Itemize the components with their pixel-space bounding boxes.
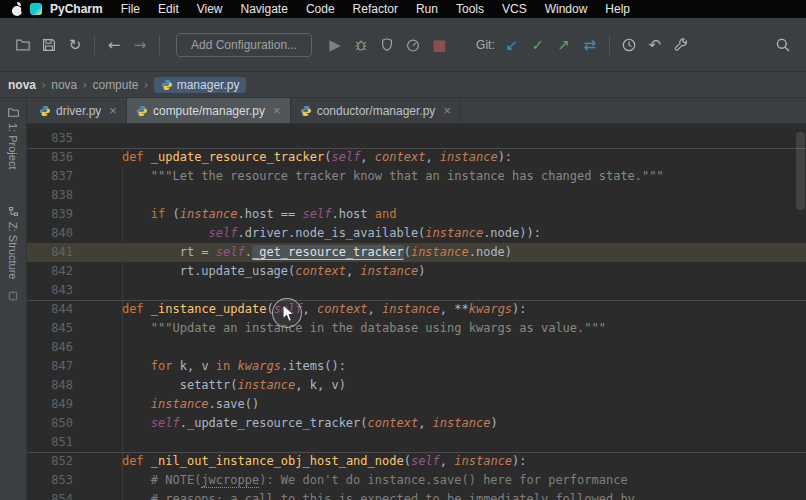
undo-button[interactable]: ↶ xyxy=(642,32,668,58)
line-number[interactable]: 846 xyxy=(27,338,87,357)
menu-item-tools[interactable]: Tools xyxy=(447,2,493,16)
sync-button[interactable]: ↻ xyxy=(62,32,88,58)
code-line[interactable]: 854 # reasons; a call to this is expecte… xyxy=(27,490,806,500)
code-line[interactable]: 843 xyxy=(27,281,806,300)
line-number[interactable]: 844 xyxy=(27,300,87,319)
breadcrumb-project[interactable]: nova xyxy=(8,78,36,92)
git-commit-button[interactable]: ✓ xyxy=(525,32,551,58)
git-push-button[interactable]: ↗ xyxy=(551,32,577,58)
tab-compute-manager-py[interactable]: compute/manager.py × xyxy=(127,98,291,123)
settings-button[interactable] xyxy=(668,32,694,58)
code-line[interactable]: 844 def _instance_update(self, context, … xyxy=(27,300,806,319)
profiler-button[interactable] xyxy=(400,32,426,58)
line-number[interactable]: 847 xyxy=(27,357,87,376)
code-line[interactable]: 835 xyxy=(27,129,806,148)
search-everywhere-button[interactable] xyxy=(770,32,796,58)
code-token: .node)): xyxy=(483,226,541,240)
menu-item-file[interactable]: File xyxy=(112,2,149,16)
line-number[interactable]: 840 xyxy=(27,224,87,243)
line-number[interactable]: 838 xyxy=(27,186,87,205)
tab-close-icon[interactable]: × xyxy=(109,103,117,118)
code-line[interactable]: 848 setattr(instance, k, v) xyxy=(27,376,806,395)
code-text: if (instance.host == self.host and xyxy=(87,205,806,224)
code-line[interactable]: 839 if (instance.host == self.host and xyxy=(27,205,806,224)
line-number[interactable]: 852 xyxy=(27,452,87,471)
code-line[interactable]: 853 # NOTE(jwcroppe): We don't do instan… xyxy=(27,471,806,490)
tab-driver-py[interactable]: driver.py × xyxy=(30,98,127,123)
line-number[interactable]: 835 xyxy=(27,129,87,148)
add-configuration-dropdown[interactable]: Add Configuration... xyxy=(176,33,312,57)
code-line[interactable]: 837 """Let the resource tracker know tha… xyxy=(27,167,806,186)
code-line[interactable]: 846 xyxy=(27,338,806,357)
git-update-button[interactable]: ↙ xyxy=(499,32,525,58)
debug-button[interactable] xyxy=(348,32,374,58)
menu-item-run[interactable]: Run xyxy=(407,2,447,16)
menu-item-navigate[interactable]: Navigate xyxy=(232,2,297,16)
code-token: ) xyxy=(490,416,497,430)
git-update-icon: ↙ xyxy=(505,36,518,54)
line-number[interactable]: 839 xyxy=(27,205,87,224)
menu-item-vcs[interactable]: VCS xyxy=(493,2,536,16)
back-button[interactable]: ← xyxy=(101,32,127,58)
code-line[interactable]: 851 xyxy=(27,433,806,452)
menu-item-code[interactable]: Code xyxy=(297,2,344,16)
breadcrumb-nova[interactable]: nova xyxy=(51,78,77,92)
code-line[interactable]: 850 self._update_resource_tracker(contex… xyxy=(27,414,806,433)
open-project-button[interactable] xyxy=(10,32,36,58)
code-line[interactable]: 845 """Update an instance in the databas… xyxy=(27,319,806,338)
save-all-button[interactable] xyxy=(36,32,62,58)
code-token: self xyxy=(151,416,180,430)
code-lines: 835836 def _update_resource_tracker(self… xyxy=(27,129,806,500)
line-number[interactable]: 845 xyxy=(27,319,87,338)
line-number[interactable]: 837 xyxy=(27,167,87,186)
stripe-button-structure[interactable]: Z: Structure xyxy=(7,205,20,279)
code-token: in xyxy=(216,359,230,373)
line-number[interactable]: 843 xyxy=(27,281,87,300)
code-line[interactable]: 852 def _nil_out_instance_obj_host_and_n… xyxy=(27,452,806,471)
git-merge-button[interactable]: ⇄ xyxy=(577,32,603,58)
forward-button[interactable]: → xyxy=(127,32,153,58)
menu-item-help[interactable]: Help xyxy=(596,2,639,16)
tab-close-icon[interactable]: × xyxy=(273,103,281,118)
code-editor[interactable]: 835836 def _update_resource_tracker(self… xyxy=(27,124,806,500)
menu-item-refactor[interactable]: Refactor xyxy=(344,2,407,16)
code-token: ( xyxy=(404,454,411,468)
line-number[interactable]: 854 xyxy=(27,490,87,500)
line-number[interactable]: 842 xyxy=(27,262,87,281)
code-text: instance.save() xyxy=(87,395,806,414)
menu-item-window[interactable]: Window xyxy=(536,2,597,16)
code-token: kwargs xyxy=(238,359,281,373)
stop-button[interactable]: ■ xyxy=(426,32,452,58)
editor-scrollbar-thumb[interactable] xyxy=(796,132,805,210)
line-number[interactable]: 841 xyxy=(27,243,87,262)
tab-conductor-manager-py[interactable]: conductor/manager.py × xyxy=(291,98,461,123)
line-number[interactable]: 850 xyxy=(27,414,87,433)
breadcrumb-compute[interactable]: compute xyxy=(92,78,138,92)
line-number[interactable]: 836 xyxy=(27,148,87,167)
menu-item-edit[interactable]: Edit xyxy=(149,2,188,16)
stripe-button-favorites[interactable] xyxy=(7,290,19,302)
tab-close-icon[interactable]: × xyxy=(443,103,451,118)
undo-icon: ↶ xyxy=(648,36,661,54)
stop-icon: ■ xyxy=(432,36,446,54)
line-number[interactable]: 851 xyxy=(27,433,87,452)
code-line[interactable]: 842 rt.update_usage(context, instance) xyxy=(27,262,806,281)
breadcrumb-file[interactable]: manager.py xyxy=(154,77,247,93)
menu-item-view[interactable]: View xyxy=(188,2,232,16)
code-line[interactable]: 849 instance.save() xyxy=(27,395,806,414)
code-line[interactable]: 836 def _update_resource_tracker(self, c… xyxy=(27,148,806,167)
coverage-button[interactable] xyxy=(374,32,400,58)
line-number[interactable]: 849 xyxy=(27,395,87,414)
local-history-button[interactable] xyxy=(616,32,642,58)
back-icon: ← xyxy=(108,36,121,54)
stripe-button-project[interactable]: 1: Project xyxy=(7,106,20,169)
code-line[interactable]: 847 for k, v in kwargs.items(): xyxy=(27,357,806,376)
line-number[interactable]: 848 xyxy=(27,376,87,395)
run-button[interactable]: ▶ xyxy=(322,32,348,58)
menu-item-pycharm[interactable]: PyCharm xyxy=(46,2,112,16)
line-number[interactable]: 853 xyxy=(27,471,87,490)
apple-menu-icon[interactable] xyxy=(12,3,24,16)
code-line[interactable]: 840 self.driver.node_is_available(instan… xyxy=(27,224,806,243)
code-line[interactable]: 838 xyxy=(27,186,806,205)
code-line[interactable]: 841 rt = self._get_resource_tracker(inst… xyxy=(27,243,806,262)
